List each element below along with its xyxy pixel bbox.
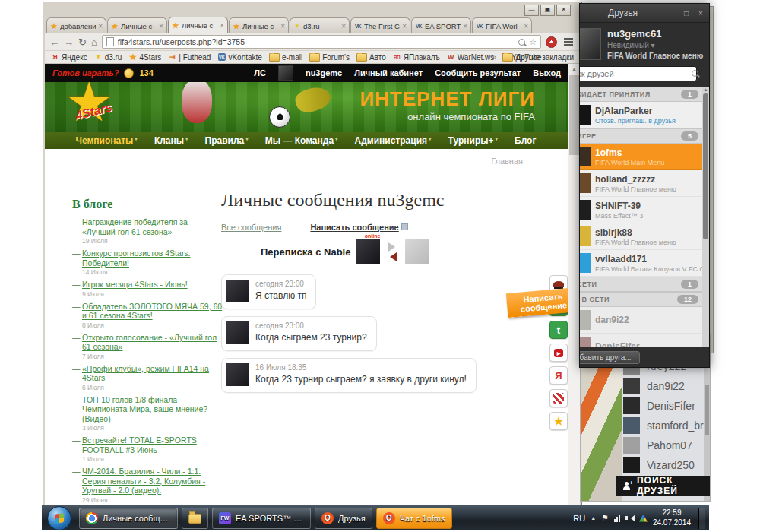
- taskbar-button[interactable]: EA SPORTS™ FIFA...: [212, 508, 311, 529]
- bookmark-item[interactable]: Forum's: [309, 53, 350, 62]
- search-icon[interactable]: [518, 39, 525, 46]
- home-icon[interactable]: ⌂: [91, 37, 97, 47]
- close-button[interactable]: ✕: [556, 5, 571, 16]
- game-scrollbar-thumb[interactable]: [705, 385, 709, 434]
- write-message-link[interactable]: Написать сообщение: [310, 223, 407, 232]
- arrow-right-icon[interactable]: [388, 242, 400, 252]
- friends-titlebar[interactable]: Друзья – □ ×: [580, 4, 709, 23]
- find-friends-bar[interactable]: ПОИСК ДРУЗЕЙ: [616, 476, 710, 496]
- game-friend-row[interactable]: dan9i22: [623, 376, 704, 396]
- friend-row[interactable]: 1ofms FIFA World Main Menu: [580, 144, 702, 170]
- bookmark-item[interactable]: d3.ru: [94, 53, 122, 62]
- social-icon[interactable]: [549, 389, 568, 407]
- nav-item[interactable]: Администрация ▾: [355, 135, 432, 146]
- bookmark-star-icon[interactable]: ☆: [529, 37, 537, 47]
- section-header[interactable]: НЕ В СЕТИ 12: [580, 292, 702, 307]
- game-friend-row[interactable]: Vizard250: [623, 455, 704, 475]
- cabinet-link[interactable]: Личный кабинет: [354, 68, 423, 78]
- taskbar-button[interactable]: Личные сообще...: [79, 508, 178, 529]
- browser-tab[interactable]: d3.ru: [290, 17, 350, 33]
- nav-item[interactable]: Турниры+ ▾: [448, 135, 498, 146]
- bookmark-item[interactable]: Яндекс: [51, 53, 87, 62]
- blog-link[interactable]: Открыто голосование - «Лучший гол 61 сез…: [72, 333, 223, 352]
- bookmark-item[interactable]: vKontakte: [217, 53, 261, 62]
- start-button[interactable]: [47, 506, 71, 530]
- browser-tab[interactable]: Личные с: [229, 17, 289, 33]
- language-indicator[interactable]: RU: [573, 514, 585, 523]
- search-icon[interactable]: [692, 70, 698, 77]
- friend-row[interactable]: sibirjk88 FIFA World Главное меню: [580, 223, 702, 250]
- nav-item[interactable]: Правила ▾: [205, 135, 249, 146]
- section-header[interactable]: В ИГРЕ 5: [580, 128, 702, 144]
- friend-row[interactable]: dan9i22: [580, 307, 702, 334]
- game-friend-row[interactable]: DenisFifer: [623, 396, 704, 416]
- bookmark-item[interactable]: Авто: [356, 53, 386, 62]
- browser-tab[interactable]: Личные с: [107, 17, 167, 33]
- friend-row[interactable]: vvllaadd171 FIFA World Ватага Клоунов V …: [580, 250, 702, 277]
- blog-link[interactable]: «Профи клубы», режим FIFA14 на 4Stars: [72, 364, 223, 383]
- tab-close-icon[interactable]: [159, 22, 163, 30]
- friend-row[interactable]: DenisFifer: [580, 334, 702, 347]
- action-center-flag-icon[interactable]: ⚑: [601, 513, 609, 523]
- search-input[interactable]: [579, 66, 697, 81]
- section-header[interactable]: В СЕТИ 1: [580, 277, 702, 292]
- nav-item[interactable]: Блог: [515, 135, 537, 146]
- logout-link[interactable]: Выход: [533, 68, 561, 78]
- tab-close-icon[interactable]: [463, 22, 467, 30]
- browser-scrollbar[interactable]: ▲ ▼: [568, 64, 580, 521]
- bookmark-item[interactable]: YouTube: [501, 53, 541, 62]
- tab-close-icon[interactable]: [280, 22, 285, 30]
- friend-row[interactable]: SHNIFT-39 Mass Effect™ 3: [580, 197, 702, 223]
- nav-item[interactable]: Чемпионаты ▾: [76, 135, 138, 146]
- bookmark-item[interactable]: e-mail: [269, 53, 302, 62]
- friend-row[interactable]: holland_zzzzz FIFA World Главное меню: [580, 170, 702, 197]
- google-drive-icon[interactable]: [639, 515, 648, 522]
- breadcrumb[interactable]: Главная: [491, 157, 523, 166]
- scrollbar-thumb[interactable]: [569, 75, 579, 155]
- blog-link[interactable]: ЧМ-2014. Бразилия - Чили - 1:1. Серия пе…: [72, 467, 223, 496]
- maximize-button[interactable]: □: [680, 9, 692, 17]
- bookmark-item[interactable]: | Futhead: [168, 53, 211, 62]
- report-result-link[interactable]: Сообщить результат: [435, 68, 521, 78]
- social-icon[interactable]: [549, 321, 568, 339]
- blog-link[interactable]: Обладатель ЗОЛОТОГО МЯЧА 59, 60 и 61 сез…: [72, 302, 223, 321]
- volume-icon[interactable]: [625, 514, 634, 522]
- arrow-left-icon[interactable]: [385, 252, 397, 261]
- private-messages-link[interactable]: ЛС: [254, 68, 266, 78]
- browser-tab[interactable]: FIFA Worl: [472, 17, 532, 33]
- address-bar[interactable]: fifa4stars.ru/userposts.php?id=3755 ☆: [102, 35, 541, 49]
- blog-link[interactable]: Встречайте! TOTAL E-SPORTS FOOTBALL #3 И…: [72, 435, 223, 454]
- ready-to-play-link[interactable]: Готов играть?: [52, 68, 119, 78]
- minimize-button[interactable]: –: [666, 9, 678, 17]
- tab-close-icon[interactable]: [98, 22, 103, 30]
- maximize-button[interactable]: ▣: [540, 5, 555, 16]
- add-friend-button[interactable]: Добавить друга...: [579, 351, 640, 364]
- profile-avatar[interactable]: [579, 28, 601, 60]
- browser-tab[interactable]: EA SPORT: [411, 17, 471, 33]
- blog-link[interactable]: ТОП-10 голов 1/8 финала Чемпионата Мира,…: [72, 395, 223, 424]
- back-icon[interactable]: ←: [49, 37, 59, 47]
- reload-icon[interactable]: ↻: [78, 37, 87, 47]
- username-link[interactable]: nu3gemc: [306, 68, 342, 78]
- clock[interactable]: 22:59 24.07.2014: [653, 508, 691, 527]
- network-icon[interactable]: [614, 515, 620, 522]
- game-friend-row[interactable]: stamford_briid: [623, 416, 704, 435]
- all-messages-link[interactable]: Все сообщения: [221, 223, 281, 232]
- bookmark-item[interactable]: ЯПлакалъ: [393, 53, 440, 62]
- show-desktop-button[interactable]: [698, 508, 705, 529]
- scroll-up-icon[interactable]: ▲: [702, 87, 709, 93]
- blog-link[interactable]: Награждение победителя за «Лучший гол 61…: [72, 217, 223, 236]
- nav-item[interactable]: Кланы ▾: [154, 135, 188, 146]
- friends-scrollbar[interactable]: ▲: [702, 87, 709, 347]
- nav-item[interactable]: Мы — Команда ▾: [265, 135, 338, 146]
- scrollbar-thumb[interactable]: [703, 93, 708, 239]
- friend-row[interactable]: DjAlanParker Отозв. приглаш. в друзья: [580, 102, 702, 128]
- tab-close-icon[interactable]: [524, 22, 528, 30]
- blog-link[interactable]: Игрок месяца 4Stars - Июнь!: [72, 280, 223, 290]
- contact-avatar[interactable]: online: [356, 239, 380, 264]
- tab-close-icon[interactable]: [220, 21, 224, 30]
- thread-nav-arrows[interactable]: [385, 242, 400, 261]
- game-friend-row[interactable]: Pahom07: [623, 435, 704, 455]
- taskbar-button[interactable]: Друзья: [315, 508, 372, 529]
- browser-tab[interactable]: The First C: [350, 17, 410, 33]
